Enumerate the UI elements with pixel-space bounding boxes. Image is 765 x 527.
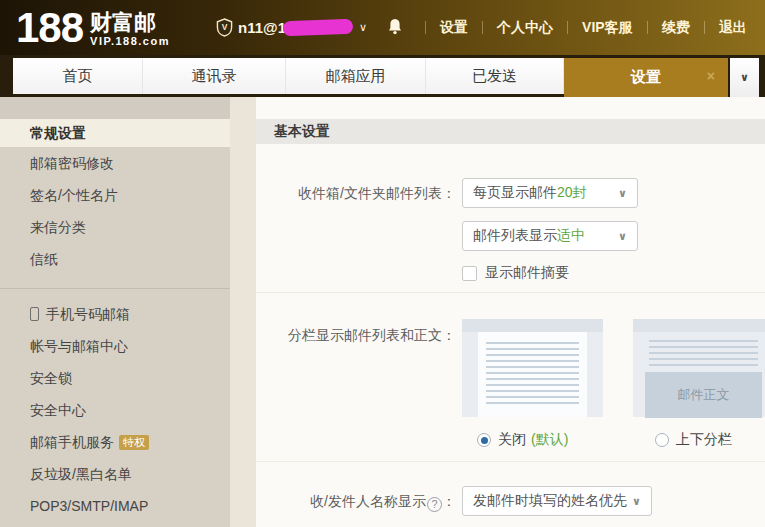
split-off-option[interactable]: 关闭 (默认) bbox=[462, 431, 633, 449]
sidebar-item-account-center[interactable]: 帐号与邮箱中心 bbox=[0, 330, 230, 362]
name-display-select[interactable]: 发邮件时填写的姓名优先 ∨ bbox=[462, 486, 652, 516]
sidebar-item-antispam[interactable]: 反垃圾/黑白名单 bbox=[0, 458, 230, 490]
topbar-links: 设置 个人中心 VIP客服 续费 退出 bbox=[425, 19, 761, 37]
account-email: n11@1 bbox=[238, 19, 286, 36]
sidebar-item-password-change[interactable]: 邮箱密码修改 bbox=[0, 147, 230, 179]
preview-body bbox=[478, 332, 587, 417]
name-display-row: 收/发件人名称显示?： 发邮件时填写的姓名优先 ∨ bbox=[256, 461, 765, 516]
main-panel: 基本设置 收件箱/文件夹邮件列表： 每页显示邮件20封 ∨ 邮件列表显示适中 ∨… bbox=[256, 97, 765, 527]
preview-list-lines bbox=[649, 340, 758, 366]
section-title: 基本设置 bbox=[256, 119, 765, 144]
label-colon: ： bbox=[442, 493, 456, 509]
topbar-link-settings[interactable]: 设置 bbox=[426, 19, 482, 37]
preview-header bbox=[633, 319, 765, 332]
radio-selected-icon[interactable] bbox=[477, 433, 491, 447]
sidebar-item-label: 邮箱手机服务 bbox=[30, 434, 114, 450]
tab-settings-active[interactable]: 设置 × bbox=[564, 58, 728, 97]
logo[interactable]: 188 财富邮 VIP.188.com bbox=[16, 7, 170, 49]
account-menu[interactable]: V n11@1 ∨ bbox=[216, 18, 367, 37]
logo-name: 财富邮 bbox=[90, 12, 170, 34]
name-display-label-text: 收/发件人名称显示 bbox=[310, 493, 426, 509]
show-summary-option[interactable]: 显示邮件摘要 bbox=[462, 264, 638, 282]
tab-mail-apps[interactable]: 邮箱应用 bbox=[286, 58, 426, 94]
sidebar-item-security-center[interactable]: 安全中心 bbox=[0, 394, 230, 426]
privilege-badge: 特权 bbox=[119, 435, 149, 450]
sidebar-item-pop3-smtp-imap[interactable]: POP3/SMTP/IMAP bbox=[0, 490, 230, 522]
preview-list-lines bbox=[486, 342, 579, 406]
logo-number: 188 bbox=[16, 7, 83, 49]
phone-icon bbox=[30, 307, 39, 321]
chevron-down-icon: ∨ bbox=[632, 495, 641, 508]
split-view-thumbnails: 邮件正文 bbox=[462, 319, 765, 417]
tab-list-chevron-down-icon[interactable]: ∨ bbox=[730, 58, 759, 97]
content-area: 常规设置 邮箱密码修改 签名/个性名片 来信分类 信纸 手机号码邮箱 帐号与邮箱… bbox=[0, 97, 765, 527]
close-icon[interactable]: × bbox=[707, 68, 715, 84]
per-page-select[interactable]: 每页显示邮件20封 ∨ bbox=[462, 178, 638, 208]
list-density-select[interactable]: 邮件列表显示适中 ∨ bbox=[462, 221, 638, 251]
settings-sidebar: 常规设置 邮箱密码修改 签名/个性名片 来信分类 信纸 手机号码邮箱 帐号与邮箱… bbox=[0, 97, 230, 527]
split-view-row: 分栏显示邮件列表和正文： 邮件正文 bbox=[256, 292, 765, 461]
tab-bar: 首页 通讯录 邮箱应用 已发送 设置 × ∨ bbox=[0, 55, 765, 97]
show-summary-checkbox[interactable] bbox=[462, 266, 477, 281]
split-view-label: 分栏显示邮件列表和正文： bbox=[256, 319, 456, 449]
email-redaction bbox=[283, 19, 353, 36]
inbox-list-label: 收件箱/文件夹邮件列表： bbox=[256, 178, 456, 282]
logo-domain: VIP.188.com bbox=[90, 35, 170, 47]
sidebar-item-signature[interactable]: 签名/个性名片 bbox=[0, 179, 230, 211]
sidebar-top-spacer bbox=[0, 97, 230, 119]
sidebar-item-mobile-number-mail[interactable]: 手机号码邮箱 bbox=[0, 298, 230, 330]
main-top-spacer bbox=[256, 97, 765, 119]
density-value: 适中 bbox=[557, 227, 585, 243]
split-vertical-label: 上下分栏 bbox=[676, 431, 732, 449]
radio-unselected-icon[interactable] bbox=[655, 433, 669, 447]
tab-home[interactable]: 首页 bbox=[13, 58, 143, 94]
split-view-options: 关闭 (默认) 上下分栏 bbox=[462, 431, 765, 449]
sidebar-item-incoming-sorting[interactable]: 来信分类 bbox=[0, 211, 230, 243]
svg-text:V: V bbox=[222, 22, 228, 32]
sidebar-item-label: 手机号码邮箱 bbox=[46, 306, 130, 322]
preview-header bbox=[462, 319, 603, 332]
split-vertical-preview: 邮件正文 bbox=[633, 319, 765, 417]
split-vertical-option[interactable]: 上下分栏 bbox=[633, 431, 732, 449]
sidebar-gap bbox=[230, 97, 256, 527]
preview-mail-body: 邮件正文 bbox=[645, 372, 762, 418]
account-chevron-down-icon: ∨ bbox=[359, 21, 367, 34]
sidebar-item-security-lock[interactable]: 安全锁 bbox=[0, 362, 230, 394]
vip-shield-icon: V bbox=[216, 18, 233, 37]
topbar-link-personal-center[interactable]: 个人中心 bbox=[483, 19, 567, 37]
sidebar-item-general-settings[interactable]: 常规设置 bbox=[0, 119, 230, 147]
topbar-link-renew[interactable]: 续费 bbox=[648, 19, 704, 37]
topbar-link-logout[interactable]: 退出 bbox=[705, 19, 761, 37]
split-off-preview bbox=[462, 319, 603, 417]
show-summary-label: 显示邮件摘要 bbox=[485, 264, 569, 282]
split-off-label: 关闭 bbox=[498, 431, 526, 449]
tab-sent[interactable]: 已发送 bbox=[426, 58, 564, 94]
sidebar-item-stationery[interactable]: 信纸 bbox=[0, 243, 230, 275]
name-display-value: 发邮件时填写的姓名优先 bbox=[473, 492, 632, 510]
notification-bell-icon[interactable] bbox=[387, 18, 403, 38]
inbox-list-row: 收件箱/文件夹邮件列表： 每页显示邮件20封 ∨ 邮件列表显示适中 ∨ 显示邮件… bbox=[256, 144, 765, 292]
per-page-prefix: 每页显示邮件 bbox=[473, 184, 557, 200]
chevron-down-icon: ∨ bbox=[618, 187, 627, 200]
top-bar: 188 财富邮 VIP.188.com V n11@1 ∨ 设置 个人中心 VI… bbox=[0, 0, 765, 55]
tab-settings-label: 设置 bbox=[631, 68, 661, 87]
per-page-value: 20封 bbox=[557, 184, 587, 200]
name-display-label: 收/发件人名称显示?： bbox=[256, 486, 456, 516]
tab-contacts[interactable]: 通讯录 bbox=[143, 58, 286, 94]
help-icon[interactable]: ? bbox=[427, 497, 442, 512]
sidebar-divider bbox=[0, 288, 230, 289]
sidebar-item-mobile-service[interactable]: 邮箱手机服务特权 bbox=[0, 426, 230, 458]
chevron-down-icon: ∨ bbox=[618, 230, 627, 243]
density-prefix: 邮件列表显示 bbox=[473, 227, 557, 243]
topbar-link-vip-service[interactable]: VIP客服 bbox=[568, 19, 647, 37]
split-off-default-suffix: (默认) bbox=[531, 431, 568, 449]
